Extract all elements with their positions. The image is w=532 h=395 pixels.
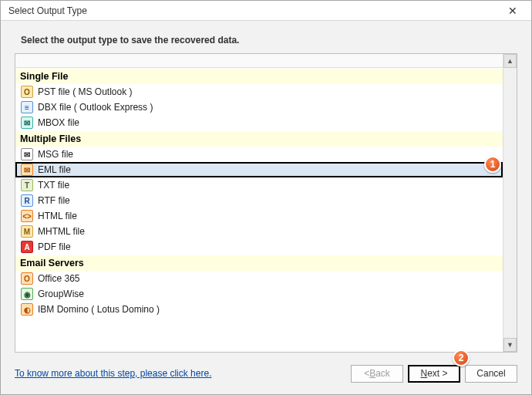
chevron-up-icon: ▲ — [507, 57, 513, 65]
option-groupwise[interactable]: ◉ GroupWise — [15, 286, 503, 302]
next-button[interactable]: Next > — [408, 365, 460, 383]
back-button[interactable]: < Back — [351, 365, 403, 383]
option-label: MHTML file — [38, 226, 85, 237]
option-label: TXT file — [38, 180, 69, 191]
titlebar: Select Output Type ✕ — [1, 1, 531, 21]
eml-icon: ✉ — [21, 164, 33, 176]
pst-icon: O — [21, 86, 33, 98]
scroll-up-button[interactable]: ▲ — [503, 54, 517, 68]
option-label: MBOX file — [38, 117, 79, 128]
pdf-icon: A — [21, 241, 33, 253]
option-label: PST file ( MS Outlook ) — [38, 86, 132, 97]
option-pst[interactable]: O PST file ( MS Outlook ) — [15, 84, 503, 100]
option-label: MSG file — [38, 149, 73, 160]
option-label: RTF file — [38, 195, 70, 206]
callout-2: 2 — [453, 349, 470, 366]
option-html[interactable]: <> HTML file — [15, 208, 503, 224]
option-label: EML file — [38, 164, 71, 175]
office365-icon: O — [21, 272, 33, 285]
option-label: GroupWise — [38, 289, 84, 299]
option-mhtml[interactable]: M MHTML file — [15, 224, 503, 239]
groupwise-icon: ◉ — [21, 288, 33, 300]
instruction-text: Select the output type to save the recov… — [1, 21, 531, 53]
output-type-list: Single File O PST file ( MS Outlook ) ≡ … — [15, 53, 517, 353]
html-icon: <> — [21, 210, 33, 222]
close-button[interactable]: ✕ — [499, 3, 527, 19]
scroll-track[interactable] — [503, 68, 517, 338]
txt-icon: T — [21, 179, 33, 191]
mbox-icon: ✉ — [21, 116, 33, 129]
scroll-down-button[interactable]: ▼ — [503, 338, 517, 352]
help-link[interactable]: To know more about this step, please cli… — [15, 368, 211, 379]
dbx-icon: ≡ — [21, 101, 33, 113]
option-label: Office 365 — [38, 273, 79, 284]
option-mbox[interactable]: ✉ MBOX file — [15, 115, 503, 130]
group-email-servers: Email Servers — [15, 255, 503, 271]
vertical-scrollbar[interactable]: ▲ ▼ — [503, 54, 517, 352]
list-scroll-area: Single File O PST file ( MS Outlook ) ≡ … — [15, 54, 503, 352]
list-filter-row[interactable] — [15, 54, 503, 68]
option-office365[interactable]: O Office 365 — [15, 271, 503, 286]
callout-1: 1 — [484, 156, 501, 173]
dialog-title: Select Output Type — [8, 5, 87, 16]
close-icon: ✕ — [508, 5, 517, 17]
mhtml-icon: M — [21, 225, 33, 238]
option-label: IBM Domino ( Lotus Domino ) — [38, 304, 160, 315]
option-label: HTML file — [38, 211, 77, 221]
ibm-domino-icon: ◐ — [21, 303, 33, 316]
option-msg[interactable]: ✉ MSG file — [15, 147, 503, 162]
dialog-footer: To know more about this step, please cli… — [1, 353, 531, 394]
chevron-down-icon: ▼ — [507, 341, 513, 349]
msg-icon: ✉ — [21, 148, 33, 160]
rtf-icon: R — [21, 194, 33, 207]
option-label: DBX file ( Outlook Express ) — [38, 102, 153, 113]
option-txt[interactable]: T TXT file — [15, 177, 503, 193]
group-single-file: Single File — [15, 68, 503, 84]
cancel-button[interactable]: Cancel — [465, 365, 517, 383]
option-label: PDF file — [38, 241, 71, 252]
group-multiple-files: Multiple Files — [15, 130, 503, 147]
option-dbx[interactable]: ≡ DBX file ( Outlook Express ) — [15, 100, 503, 115]
dialog-window: Select Output Type ✕ Select the output t… — [0, 0, 532, 395]
option-pdf[interactable]: A PDF file — [15, 239, 503, 255]
option-rtf[interactable]: R RTF file — [15, 193, 503, 208]
option-eml[interactable]: ✉ EML file — [15, 162, 503, 177]
option-ibm-domino[interactable]: ◐ IBM Domino ( Lotus Domino ) — [15, 302, 503, 317]
